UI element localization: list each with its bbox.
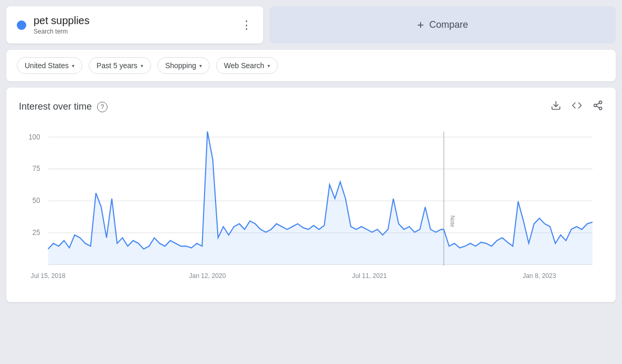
- svg-line-4: [596, 106, 599, 108]
- chart-actions: [551, 100, 603, 113]
- compare-label: Compare: [429, 19, 468, 30]
- svg-text:Jul 11, 2021: Jul 11, 2021: [352, 272, 387, 280]
- search-type-chevron-icon: ▾: [267, 63, 270, 69]
- search-term-text: pet supplies Search term: [34, 15, 90, 35]
- help-icon[interactable]: ?: [97, 102, 108, 112]
- share-icon[interactable]: [593, 100, 603, 113]
- svg-line-5: [596, 103, 599, 104]
- chart-title: Interest over time: [19, 101, 92, 112]
- download-icon[interactable]: [551, 100, 561, 113]
- filters-row: United States ▾ Past 5 years ▾ Shopping …: [6, 50, 616, 81]
- category-filter-label: Shopping: [165, 61, 196, 70]
- svg-text:75: 75: [33, 165, 40, 173]
- location-chevron-icon: ▾: [72, 63, 74, 69]
- location-filter-label: United States: [25, 61, 69, 70]
- time-range-filter-label: Past 5 years: [96, 61, 137, 70]
- svg-text:Note: Note: [449, 216, 455, 228]
- more-options-icon[interactable]: ⋮: [241, 18, 253, 32]
- category-filter[interactable]: Shopping ▾: [157, 57, 210, 74]
- location-filter[interactable]: United States ▾: [17, 57, 82, 74]
- svg-text:Jul 15, 2018: Jul 15, 2018: [31, 272, 66, 280]
- search-term-type-label: Search term: [34, 28, 90, 35]
- chart-area: 100 75 50 25 Note Jul 15, 2018 Jan 12, 2…: [19, 126, 603, 294]
- svg-text:Jan 8, 2023: Jan 8, 2023: [523, 272, 556, 280]
- svg-text:100: 100: [29, 133, 40, 141]
- compare-inner: + Compare: [417, 18, 468, 32]
- embed-icon[interactable]: [572, 100, 582, 113]
- chart-svg: 100 75 50 25 Note Jul 15, 2018 Jan 12, 2…: [19, 126, 603, 294]
- search-type-filter-label: Web Search: [224, 61, 264, 70]
- search-term-dot: [17, 20, 26, 30]
- category-chevron-icon: ▾: [199, 63, 202, 69]
- compare-plus-icon: +: [417, 18, 424, 32]
- search-type-filter[interactable]: Web Search ▾: [216, 57, 278, 74]
- search-term-name: pet supplies: [34, 15, 90, 27]
- top-section: pet supplies Search term ⋮ + Compare: [6, 6, 616, 44]
- svg-text:50: 50: [33, 197, 40, 205]
- search-term-left: pet supplies Search term: [17, 15, 90, 35]
- svg-text:Jan 12, 2020: Jan 12, 2020: [189, 272, 226, 280]
- time-range-filter[interactable]: Past 5 years ▾: [89, 57, 151, 74]
- compare-card[interactable]: + Compare: [270, 6, 616, 44]
- chart-title-row: Interest over time ?: [19, 101, 108, 112]
- chart-header: Interest over time ?: [19, 100, 603, 113]
- chart-card: Interest over time ?: [6, 88, 616, 302]
- svg-text:25: 25: [33, 229, 40, 237]
- search-term-card: pet supplies Search term ⋮: [6, 6, 263, 44]
- time-range-chevron-icon: ▾: [141, 63, 143, 69]
